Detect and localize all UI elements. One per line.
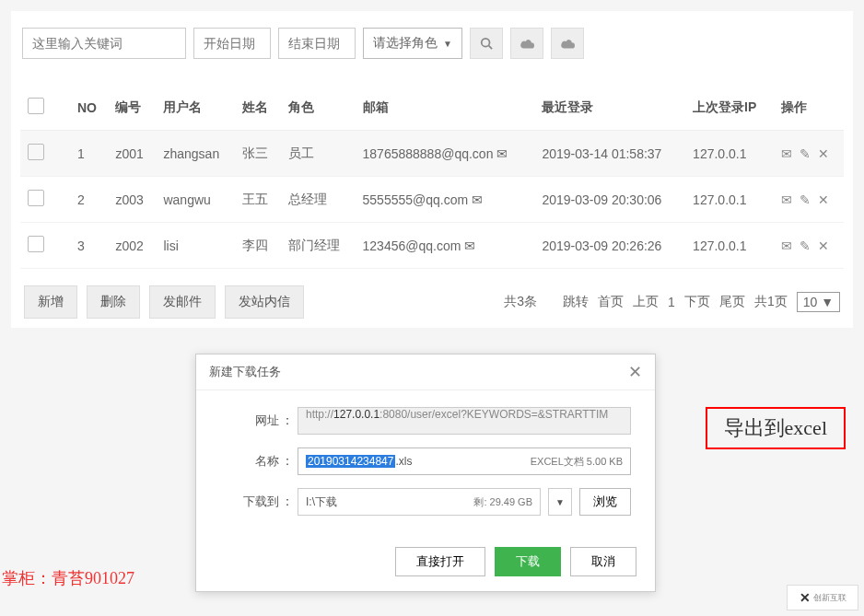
- cell-no: 3: [70, 223, 108, 269]
- envelope-icon[interactable]: ✉: [472, 192, 483, 207]
- table-row[interactable]: 1z001zhangsan张三员工18765888888@qq.con ✉201…: [20, 131, 844, 177]
- name-label: 名称: [220, 453, 279, 470]
- cell-name: 王五: [235, 177, 280, 223]
- cell-login: 2019-03-14 01:58:37: [534, 131, 685, 177]
- cell-user: zhangsan: [156, 131, 235, 177]
- cloud-download-icon: [520, 38, 534, 49]
- cell-code: z001: [108, 131, 156, 177]
- cloud-download-button[interactable]: [510, 28, 543, 59]
- cell-code: z003: [108, 177, 156, 223]
- user-table: NO 编号 用户名 姓名 角色 邮箱 最近登录 上次登录IP 操作 1z001z…: [20, 85, 844, 269]
- envelope-icon[interactable]: ✉: [496, 146, 508, 161]
- send-email-button[interactable]: 发邮件: [149, 285, 216, 319]
- pager-prev[interactable]: 上页: [633, 294, 659, 310]
- delete-button[interactable]: 删除: [87, 285, 140, 319]
- role-select[interactable]: 请选择角色 ▼: [363, 28, 462, 59]
- cell-name: 张三: [235, 131, 280, 177]
- envelope-icon[interactable]: ✉: [464, 238, 475, 253]
- download-path-input[interactable]: I:\下载 剩: 29.49 GB: [298, 488, 541, 516]
- cell-user: wangwu: [156, 177, 235, 223]
- cell-ip: 127.0.0.1: [685, 131, 774, 177]
- col-name: 姓名: [235, 85, 280, 131]
- cell-code: z002: [108, 223, 156, 269]
- col-last-ip: 上次登录IP: [685, 85, 774, 131]
- cell-email: 123456@qq.com ✉: [356, 223, 535, 269]
- cell-role: 总经理: [281, 177, 356, 223]
- mail-icon[interactable]: ✉: [781, 238, 792, 253]
- table-row[interactable]: 3z002lisi李四部门经理123456@qq.com ✉2019-03-09…: [20, 223, 844, 269]
- cell-no: 2: [70, 177, 108, 223]
- cloud-upload-button[interactable]: [551, 28, 584, 59]
- chevron-down-icon[interactable]: ▼: [548, 488, 572, 516]
- filename-input[interactable]: 20190314234847.xls EXCEL文档 5.00 KB: [298, 447, 631, 475]
- search-icon: [480, 37, 493, 50]
- pager-last[interactable]: 尾页: [719, 294, 745, 310]
- svg-line-1: [489, 46, 493, 50]
- cell-user: lisi: [156, 223, 235, 269]
- col-role: 角色: [281, 85, 356, 131]
- download-dialog: 新建下载任务 ✕ 网址： http://127.0.0.1:8080/user/…: [195, 354, 656, 592]
- mail-icon[interactable]: ✉: [781, 192, 792, 207]
- delete-icon[interactable]: ✕: [818, 238, 829, 253]
- pager-summary: 共3条: [504, 294, 537, 310]
- edit-icon[interactable]: ✎: [800, 192, 811, 207]
- cloud-upload-icon: [560, 38, 575, 49]
- pagination: 共3条 跳转 首页 上页 1 下页 尾页 共1页 10 ▼: [504, 292, 840, 312]
- edit-icon[interactable]: ✎: [800, 238, 811, 253]
- cell-ip: 127.0.0.1: [685, 177, 774, 223]
- select-all-checkbox[interactable]: [28, 98, 44, 114]
- cell-name: 李四: [235, 223, 280, 269]
- browse-button[interactable]: 浏览: [579, 488, 631, 516]
- send-message-button[interactable]: 发站内信: [225, 285, 304, 319]
- add-button[interactable]: 新增: [24, 285, 77, 319]
- end-date-input[interactable]: [278, 28, 356, 59]
- cancel-button[interactable]: 取消: [570, 547, 636, 576]
- cell-role: 员工: [281, 131, 356, 177]
- dialog-title: 新建下载任务: [209, 364, 281, 380]
- delete-icon[interactable]: ✕: [818, 146, 829, 161]
- url-input[interactable]: http://127.0.0.1:8080/user/excel?KEYWORD…: [298, 407, 631, 435]
- file-meta: EXCEL文档 5.00 KB: [531, 455, 623, 469]
- row-checkbox[interactable]: [28, 236, 44, 252]
- col-email: 邮箱: [356, 85, 535, 131]
- cell-login: 2019-03-09 20:26:26: [534, 223, 685, 269]
- callout-export-excel: 导出到excel: [706, 407, 846, 449]
- cell-login: 2019-03-09 20:30:06: [534, 177, 685, 223]
- pager-first[interactable]: 首页: [598, 294, 624, 310]
- svg-point-0: [482, 39, 490, 47]
- edit-icon[interactable]: ✎: [800, 146, 811, 161]
- col-no: NO: [70, 85, 108, 131]
- col-username: 用户名: [156, 85, 235, 131]
- download-button[interactable]: 下载: [495, 547, 561, 576]
- download-to-label: 下载到: [220, 494, 279, 510]
- author-label: 掌柜：青苔901027: [2, 567, 134, 589]
- url-label: 网址: [220, 413, 279, 429]
- cell-role: 部门经理: [281, 223, 356, 269]
- start-date-input[interactable]: [193, 28, 271, 59]
- row-checkbox[interactable]: [28, 190, 44, 206]
- cell-email: 18765888888@qq.con ✉: [356, 131, 535, 177]
- col-last-login: 最近登录: [534, 85, 685, 131]
- chevron-down-icon: ▼: [443, 39, 452, 49]
- table-row[interactable]: 2z003wangwu王五总经理5555555@qq.com ✉2019-03-…: [20, 177, 844, 223]
- mail-icon[interactable]: ✉: [781, 146, 792, 161]
- row-checkbox[interactable]: [28, 144, 44, 160]
- cell-email: 5555555@qq.com ✉: [356, 177, 535, 223]
- pager-size-select[interactable]: 10 ▼: [797, 292, 840, 312]
- keyword-input[interactable]: [22, 28, 186, 59]
- filename-selected: 20190314234847: [306, 455, 395, 468]
- cell-no: 1: [70, 131, 108, 177]
- close-icon[interactable]: ✕: [628, 362, 642, 382]
- delete-icon[interactable]: ✕: [818, 192, 829, 207]
- role-select-label: 请选择角色: [373, 35, 438, 52]
- pager-total: 共1页: [754, 294, 788, 310]
- search-button[interactable]: [470, 28, 503, 59]
- col-ops: 操作: [774, 85, 844, 131]
- pager-current: 1: [668, 295, 675, 309]
- open-directly-button[interactable]: 直接打开: [395, 547, 485, 576]
- pager-jump[interactable]: 跳转: [563, 294, 589, 310]
- cell-ip: 127.0.0.1: [685, 223, 774, 269]
- col-code: 编号: [108, 85, 156, 131]
- watermark-logo: ✕创新互联: [787, 585, 858, 610]
- pager-next[interactable]: 下页: [684, 294, 710, 310]
